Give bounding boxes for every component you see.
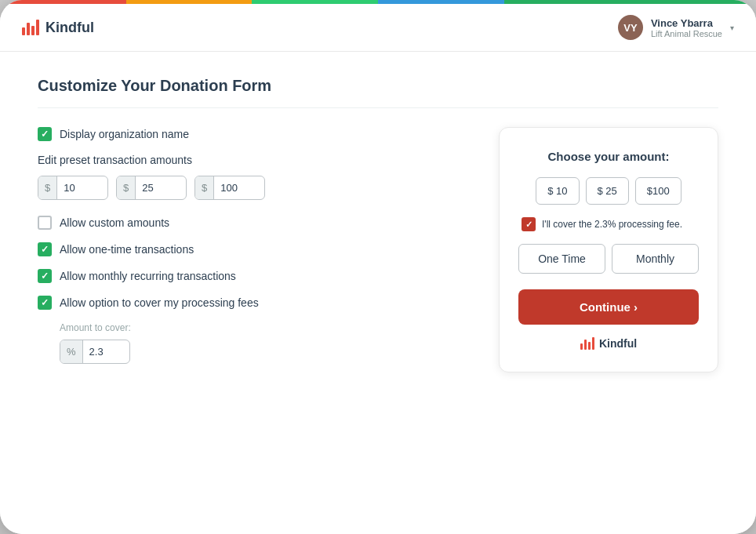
- amount-to-cover-section: Amount to cover: %: [60, 322, 452, 364]
- cover-fees-label: Allow option to cover my processing fees: [60, 296, 259, 309]
- one-time-checkbox[interactable]: [38, 242, 52, 256]
- cover-fees-row: Allow option to cover my processing fees: [38, 296, 452, 310]
- custom-amounts-row: Allow custom amounts: [38, 216, 452, 230]
- user-org: Lift Animal Rescue: [651, 29, 722, 38]
- monthly-row: Allow monthly recurring transactions: [38, 269, 452, 283]
- amount-field-2[interactable]: [136, 176, 173, 199]
- display-org-label: Display organization name: [60, 128, 189, 140]
- amount-prefix-3: $: [195, 176, 214, 199]
- monthly-freq-button[interactable]: Monthly: [612, 244, 699, 274]
- custom-amounts-label: Allow custom amounts: [60, 216, 169, 229]
- page-title: Customize Your Donation Form: [38, 77, 718, 108]
- logo-icon: [22, 20, 39, 35]
- display-org-row: Display organization name: [38, 127, 452, 141]
- left-panel: Display organization name Edit preset tr…: [38, 127, 452, 380]
- right-panel: Choose your amount: $ 10 $ 25 $100 I'll …: [499, 127, 718, 372]
- content-layout: Display organization name Edit preset tr…: [38, 127, 718, 380]
- amount-field-3[interactable]: [214, 176, 252, 199]
- one-time-row: Allow one-time transactions: [38, 242, 452, 256]
- donation-btn-100[interactable]: $100: [635, 177, 681, 205]
- user-text: Vince Ybarra Lift Animal Rescue: [651, 17, 722, 38]
- preset-amounts-list: $ $ $: [38, 176, 452, 200]
- one-time-label: Allow one-time transactions: [60, 243, 194, 256]
- logo: Kindful: [22, 20, 94, 36]
- amount-input-3: $: [194, 176, 265, 200]
- custom-amounts-checkbox[interactable]: [38, 216, 52, 230]
- frequency-buttons: One Time Monthly: [518, 244, 699, 274]
- monthly-label: Allow monthly recurring transactions: [60, 270, 236, 282]
- user-name: Vince Ybarra: [651, 17, 722, 29]
- avatar: VY: [618, 15, 643, 40]
- continue-button[interactable]: Continue ›: [518, 289, 699, 325]
- preset-amounts-section: Edit preset transaction amounts $ $ $: [38, 154, 452, 200]
- monthly-checkbox[interactable]: [38, 269, 52, 283]
- processing-fee-checkbox[interactable]: [522, 217, 536, 231]
- preset-amounts-label: Edit preset transaction amounts: [38, 154, 452, 166]
- percent-input-group: %: [60, 340, 130, 364]
- chevron-down-icon: ▾: [730, 24, 734, 32]
- donation-btn-10[interactable]: $ 10: [536, 177, 579, 205]
- processing-fee-row: I'll cover the 2.3% processing fee.: [518, 217, 699, 231]
- logo-text: Kindful: [45, 20, 94, 36]
- percent-field[interactable]: [83, 340, 121, 363]
- header: Kindful VY Vince Ybarra Lift Animal Resc…: [0, 4, 756, 52]
- preview-logo-icon: [580, 337, 594, 350]
- preview-logo-text: Kindful: [599, 337, 637, 350]
- amount-field-1[interactable]: [57, 176, 95, 199]
- donation-btn-25[interactable]: $ 25: [586, 177, 629, 205]
- amount-to-cover-label: Amount to cover:: [60, 322, 452, 333]
- amount-input-2: $: [116, 176, 187, 200]
- processing-fee-text: I'll cover the 2.3% processing fee.: [542, 219, 682, 230]
- preview-title: Choose your amount:: [518, 150, 699, 163]
- user-menu[interactable]: VY Vince Ybarra Lift Animal Rescue ▾: [618, 15, 734, 40]
- preview-logo: Kindful: [518, 337, 699, 350]
- percent-prefix: %: [60, 340, 83, 363]
- amount-prefix-2: $: [117, 176, 136, 199]
- cover-fees-checkbox[interactable]: [38, 296, 52, 310]
- one-time-freq-button[interactable]: One Time: [518, 244, 605, 274]
- donation-amounts: $ 10 $ 25 $100: [518, 177, 699, 205]
- preview-card: Choose your amount: $ 10 $ 25 $100 I'll …: [499, 127, 718, 372]
- display-org-checkbox[interactable]: [38, 127, 52, 141]
- device-frame: Kindful VY Vince Ybarra Lift Animal Resc…: [0, 0, 756, 534]
- amount-prefix-1: $: [38, 176, 57, 199]
- amount-input-1: $: [38, 176, 108, 200]
- main-content: Customize Your Donation Form Display org…: [0, 52, 756, 534]
